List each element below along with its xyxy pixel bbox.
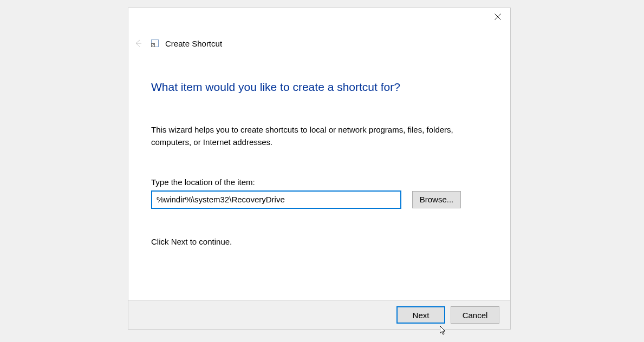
wizard-description: This wizard helps you to create shortcut… (151, 123, 460, 149)
titlebar (128, 8, 510, 29)
shortcut-icon: ↗ (150, 38, 160, 48)
location-label: Type the location of the item: (151, 177, 487, 187)
wizard-heading: What item would you like to create a sho… (151, 81, 487, 94)
close-button[interactable] (485, 8, 510, 25)
create-shortcut-dialog: ↗ Create Shortcut What item would you li… (128, 8, 511, 330)
location-input[interactable] (151, 190, 401, 209)
back-arrow-icon (133, 38, 143, 48)
dialog-title: Create Shortcut (165, 39, 222, 48)
browse-button[interactable]: Browse... (412, 191, 461, 208)
next-button[interactable]: Next (396, 306, 445, 324)
cancel-button[interactable]: Cancel (451, 306, 499, 324)
continue-instruction: Click Next to continue. (151, 237, 487, 246)
location-field-row: Browse... (151, 190, 487, 209)
bottom-action-bar: Next Cancel (128, 300, 510, 329)
header-row: ↗ Create Shortcut (128, 29, 510, 48)
close-icon (495, 14, 501, 20)
content-area: What item would you like to create a sho… (128, 48, 510, 300)
back-button (133, 38, 144, 48)
